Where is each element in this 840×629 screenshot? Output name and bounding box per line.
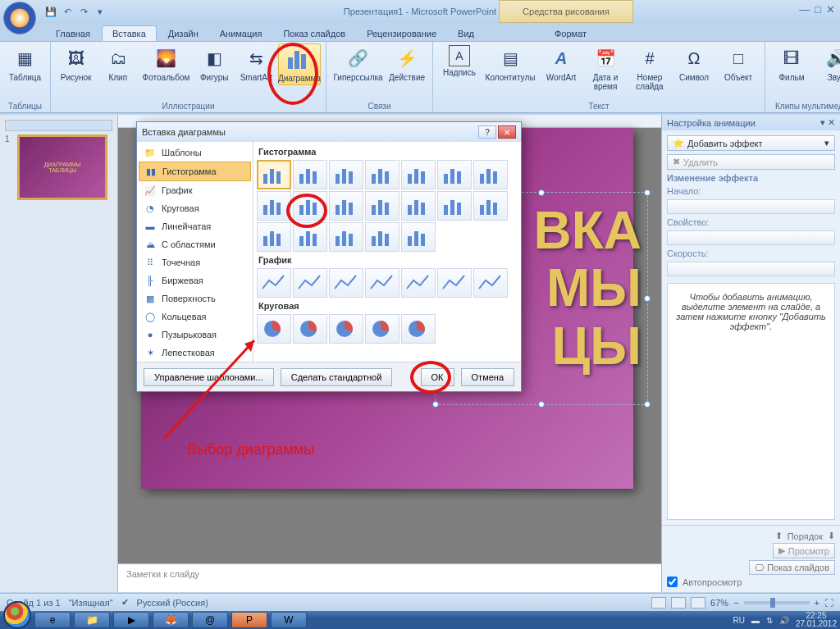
chart-type-option[interactable] — [293, 268, 327, 298]
pane-close-icon[interactable]: ✕ — [828, 117, 835, 127]
tab-view[interactable]: Вид — [448, 26, 484, 41]
movie-button[interactable]: 🎞Фильм — [770, 43, 813, 84]
tab-home[interactable]: Главная — [46, 26, 100, 41]
tray-lang[interactable]: RU — [733, 616, 744, 625]
smartart-button[interactable]: ⇆SmartArt — [236, 43, 276, 84]
chart-type-option[interactable] — [293, 160, 327, 189]
category-templates[interactable]: 📁Шаблоны — [139, 144, 251, 162]
chart-type-option[interactable] — [401, 191, 436, 221]
category-pie[interactable]: ◔Круговая — [139, 199, 251, 217]
taskbar-word[interactable]: W — [271, 612, 307, 628]
redo-icon[interactable]: ↷ — [77, 5, 90, 18]
taskbar-media[interactable]: ▶ — [113, 612, 149, 628]
tab-design[interactable]: Дизайн — [158, 26, 208, 41]
status-language[interactable]: Русский (Россия) — [137, 598, 208, 608]
manage-templates-button[interactable]: Управление шаблонами... — [144, 368, 274, 386]
chart-type-option[interactable] — [365, 191, 399, 221]
tray-clock[interactable]: 22:2527.01.2012 — [796, 612, 837, 628]
chart-type-option[interactable] — [329, 314, 363, 344]
slideshow-button[interactable]: 🖵 Показ слайдов — [749, 560, 835, 575]
office-button[interactable] — [3, 2, 36, 34]
category-bubble[interactable]: ●Пузырьковая — [139, 326, 251, 344]
category-area[interactable]: ⛰С областями — [139, 235, 251, 253]
category-scatter[interactable]: ⠿Точечная — [139, 253, 251, 271]
category-doughnut[interactable]: ◯Кольцевая — [139, 308, 251, 326]
chart-type-option[interactable] — [365, 314, 399, 344]
tab-animation[interactable]: Анимация — [210, 26, 272, 41]
spellcheck-icon[interactable]: ✔ — [121, 597, 129, 608]
category-column[interactable]: ▮▮Гистограмма — [139, 162, 251, 181]
taskbar-firefox[interactable]: 🦊 — [153, 612, 189, 628]
save-icon[interactable]: 💾 — [44, 5, 57, 18]
taskbar-mail[interactable]: @ — [192, 612, 228, 628]
chart-type-option[interactable] — [257, 222, 291, 252]
close-icon[interactable]: ✕ — [826, 3, 835, 16]
taskbar-ie[interactable]: e — [34, 612, 71, 628]
zoom-value[interactable]: 67% — [710, 598, 728, 608]
category-line[interactable]: 📈График — [139, 181, 251, 199]
chart-type-option[interactable] — [365, 222, 399, 252]
object-button[interactable]: □Объект — [717, 43, 760, 84]
qat-dropdown-icon[interactable]: ▾ — [94, 5, 107, 18]
header-footer-button[interactable]: ▤Колонтитулы — [482, 43, 538, 84]
zoom-in-icon[interactable]: + — [815, 598, 819, 608]
category-bar[interactable]: ▬Линейчатая — [139, 217, 251, 235]
chart-type-option[interactable] — [257, 314, 291, 344]
chart-type-option[interactable] — [365, 268, 399, 298]
chart-type-option[interactable] — [257, 191, 291, 221]
photo-album-button[interactable]: 🌄Фотоальбом — [139, 43, 192, 84]
zoom-out-icon[interactable]: − — [733, 598, 738, 608]
chart-type-option[interactable] — [437, 268, 472, 298]
hyperlink-button[interactable]: 🔗Гиперссылка — [331, 43, 385, 84]
tab-insert[interactable]: Вставка — [102, 25, 157, 41]
view-sorter-button[interactable] — [671, 597, 686, 608]
shapes-button[interactable]: ◧Фигуры — [194, 43, 235, 84]
chart-button[interactable]: Диаграмма — [278, 43, 321, 85]
chart-type-option[interactable] — [401, 222, 436, 252]
taskbar-powerpoint[interactable]: P — [231, 612, 267, 628]
view-normal-button[interactable] — [651, 597, 666, 608]
taskbar-explorer[interactable]: 📁 — [74, 612, 110, 628]
action-button[interactable]: ⚡Действие — [386, 43, 427, 84]
dialog-help-icon[interactable]: ? — [478, 125, 496, 139]
symbol-button[interactable]: ΩСимвол — [673, 43, 715, 84]
chart-type-option[interactable] — [257, 160, 291, 189]
chart-type-option[interactable] — [473, 191, 508, 221]
picture-button[interactable]: 🖼Рисунок — [56, 43, 96, 84]
pane-dropdown-icon[interactable]: ▾ — [820, 117, 825, 127]
sound-button[interactable]: 🔊Звук — [815, 43, 840, 84]
chart-type-option[interactable] — [365, 160, 399, 189]
chart-type-option[interactable] — [257, 268, 291, 298]
view-slideshow-button[interactable] — [691, 597, 705, 608]
clip-button[interactable]: 🗂Клип — [98, 43, 138, 84]
add-effect-button[interactable]: ⭐Добавить эффект▾ — [667, 135, 835, 151]
chart-type-option[interactable] — [329, 268, 363, 298]
minimize-icon[interactable]: — — [799, 3, 810, 16]
chart-type-option[interactable] — [401, 268, 436, 298]
chart-type-option[interactable] — [401, 314, 436, 344]
chart-type-option[interactable] — [329, 191, 363, 221]
table-button[interactable]: ▦Таблица — [5, 43, 45, 84]
cancel-button[interactable]: Отмена — [461, 368, 514, 386]
tab-slideshow[interactable]: Показ слайдов — [273, 26, 355, 41]
start-button[interactable] — [3, 601, 31, 629]
category-radar[interactable]: ✶Лепестковая — [139, 344, 251, 362]
fit-slide-icon[interactable]: ⛶ — [824, 598, 833, 608]
maximize-icon[interactable]: □ — [815, 3, 821, 16]
chart-type-option[interactable] — [293, 191, 327, 221]
category-surface[interactable]: ▩Поверхность — [139, 289, 251, 308]
thumbnail-tab-bar[interactable] — [5, 120, 112, 131]
undo-icon[interactable]: ↶ — [61, 5, 74, 18]
dialog-close-icon[interactable]: ✕ — [498, 125, 516, 139]
zoom-slider[interactable] — [744, 601, 810, 604]
dialog-title-bar[interactable]: Вставка диаграммы ? ✕ — [137, 122, 521, 142]
wordart-button[interactable]: AWordArt — [540, 43, 582, 84]
notes-pane[interactable]: Заметки к слайду — [118, 563, 661, 592]
chart-type-option[interactable] — [329, 160, 363, 189]
chart-type-option[interactable] — [293, 314, 327, 344]
chart-type-option[interactable] — [293, 222, 327, 252]
tray-flag-icon[interactable]: ▬ — [751, 616, 760, 625]
datetime-button[interactable]: 📅Дата и время — [584, 43, 627, 93]
tray-network-icon[interactable]: ⇅ — [766, 616, 773, 625]
contextual-tab-drawing-tools[interactable]: Средства рисования — [499, 0, 633, 23]
